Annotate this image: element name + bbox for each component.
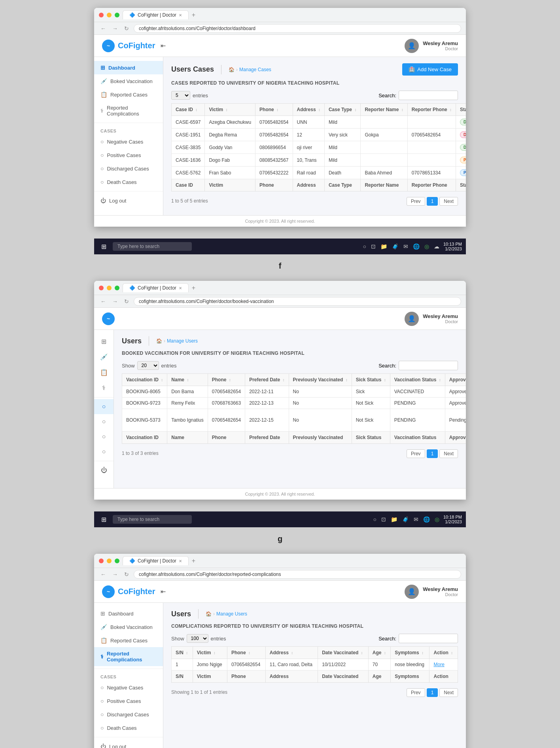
- breadcrumb-home-h[interactable]: 🏠: [206, 611, 212, 617]
- taskbar-icon-chrome[interactable]: ◎: [424, 242, 430, 250]
- col-address-h[interactable]: Address ↕: [265, 647, 318, 659]
- add-new-case-button[interactable]: 🏥 Add New Case: [402, 63, 458, 76]
- taskbar-icon-g-3[interactable]: 📁: [390, 515, 398, 523]
- breadcrumb-home-g[interactable]: 🏠: [156, 338, 162, 344]
- back-button-h[interactable]: ←: [99, 570, 108, 578]
- taskbar-icon-6[interactable]: 🌐: [412, 242, 420, 250]
- col-reporter-phone[interactable]: Reporter Phone ↕: [407, 104, 456, 116]
- close-dot-g[interactable]: [99, 286, 104, 290]
- prev-button-f[interactable]: Prev: [407, 197, 425, 206]
- sidebar-item-negative-cases[interactable]: ○ Negative Cases: [94, 135, 163, 148]
- col-phone[interactable]: Phone ↕: [255, 104, 293, 116]
- col-prev-vac[interactable]: Previously Vaccinated ↕: [289, 374, 352, 386]
- sidebar-item-death-h[interactable]: ○ Death Cases: [94, 721, 163, 735]
- sidebar-icon-3-g[interactable]: ○: [94, 429, 114, 444]
- minimize-dot-g[interactable]: [107, 286, 112, 290]
- taskbar-search-g[interactable]: [113, 515, 192, 524]
- breadcrumb-manage-cases[interactable]: Manage Cases: [239, 67, 271, 72]
- sidebar-item-dashboard[interactable]: ⊞ Dashboard: [94, 61, 163, 74]
- taskbar-icon-g-2[interactable]: ⊡: [380, 515, 387, 523]
- tab-close-button-g[interactable]: ✕: [179, 286, 182, 290]
- taskbar-icon-1[interactable]: ○: [362, 242, 367, 250]
- col-phone-g[interactable]: Phone ↕: [208, 374, 245, 386]
- browser-tab-f[interactable]: 🔷 CoFighter | Doctor ✕: [123, 10, 189, 19]
- minimize-dot-h[interactable]: [107, 559, 112, 563]
- taskbar-icon-4[interactable]: 🧳: [391, 242, 399, 250]
- maximize-dot-g[interactable]: [115, 286, 119, 290]
- sidebar-item-discharged-cases[interactable]: ○ Discharged Cases: [94, 162, 163, 175]
- reload-button-h[interactable]: ↻: [123, 570, 131, 578]
- next-button-g[interactable]: Next: [439, 449, 458, 458]
- forward-button[interactable]: →: [111, 25, 119, 32]
- col-phone-h[interactable]: Phone ↕: [227, 647, 265, 659]
- sidebar-item-logout[interactable]: ⏻ Log out: [94, 194, 163, 207]
- col-action-h[interactable]: Action ↕: [429, 647, 458, 659]
- entries-select-h[interactable]: 1005025: [187, 634, 208, 643]
- maximize-dot-h[interactable]: [115, 559, 119, 563]
- tab-close-button[interactable]: ✕: [179, 13, 182, 17]
- close-dot-h[interactable]: [99, 559, 104, 563]
- sidebar-item-death-cases[interactable]: ○ Death Cases: [94, 175, 163, 189]
- back-button[interactable]: ←: [99, 25, 108, 32]
- col-address[interactable]: Address ↕: [293, 104, 324, 116]
- reload-button-g[interactable]: ↻: [123, 297, 131, 305]
- col-vac-id[interactable]: Vaccination ID ↕: [122, 374, 167, 386]
- col-case-type[interactable]: Case Type ↕: [324, 104, 360, 116]
- sidebar-collapse-button[interactable]: ⇤: [159, 40, 167, 51]
- page-1-button-f[interactable]: 1: [427, 197, 438, 206]
- taskbar-icon-g-1[interactable]: ○: [372, 515, 377, 523]
- sidebar-item-positive-cases[interactable]: ○ Positive Cases: [94, 148, 163, 162]
- sidebar-item-reported-complications[interactable]: ⚕ Reported Complications: [94, 101, 163, 120]
- forward-button-h[interactable]: →: [111, 570, 119, 578]
- cell-action-h-1[interactable]: More: [429, 659, 458, 670]
- entries-select-f[interactable]: 51025: [171, 91, 190, 100]
- url-bar-g[interactable]: cofighter.afritsolutions.com/CoFighter/d…: [134, 297, 461, 306]
- new-tab-button-g[interactable]: +: [192, 284, 195, 292]
- col-pref-date[interactable]: Prefered Date ↕: [245, 374, 289, 386]
- col-approval-status[interactable]: Approval Status ↕: [445, 374, 466, 386]
- maximize-dot[interactable]: [115, 13, 119, 17]
- taskbar-search-f[interactable]: [113, 242, 192, 251]
- search-input-g[interactable]: [399, 361, 458, 370]
- taskbar-icon-2[interactable]: ⊡: [370, 242, 376, 250]
- next-button-f[interactable]: Next: [439, 197, 458, 206]
- taskbar-icon-7[interactable]: ☁: [433, 242, 440, 250]
- sidebar-icon-4-g[interactable]: ○: [94, 444, 114, 459]
- minimize-dot[interactable]: [107, 13, 112, 17]
- start-button-g[interactable]: ⊞: [98, 514, 110, 525]
- browser-tab-g[interactable]: 🔷 CoFighter | Doctor ✕: [123, 283, 189, 292]
- sidebar-item-dashboard-h[interactable]: ⊞ Dashboard: [94, 607, 163, 620]
- breadcrumb-manage-users-g[interactable]: Manage Users: [167, 338, 198, 344]
- taskbar-icon-g-chrome[interactable]: ◎: [434, 515, 440, 523]
- sidebar-icon-complications-g[interactable]: ⚕: [94, 380, 114, 396]
- close-dot[interactable]: [99, 13, 104, 17]
- sidebar-icon-vaccination-g[interactable]: 💉: [94, 349, 114, 365]
- back-button-g[interactable]: ←: [99, 297, 108, 305]
- sidebar-item-reported-cases[interactable]: 📋 Reported Cases: [94, 88, 163, 101]
- browser-tab-h[interactable]: 🔷 CoFighter | Doctor ✕: [123, 556, 189, 565]
- new-tab-button-h[interactable]: +: [192, 557, 195, 564]
- search-input-h[interactable]: [399, 634, 458, 643]
- col-sick-status[interactable]: Sick Status ↕: [352, 374, 390, 386]
- taskbar-icon-3[interactable]: 📁: [380, 242, 388, 250]
- sidebar-icon-cases-g[interactable]: 📋: [94, 365, 114, 380]
- taskbar-icon-g-6[interactable]: 🌐: [422, 515, 431, 523]
- start-button-f[interactable]: ⊞: [98, 241, 110, 252]
- sidebar-icon-dashboard-g[interactable]: ⊞: [94, 334, 114, 349]
- page-1-button-g[interactable]: 1: [427, 449, 438, 458]
- sidebar-item-logout-h[interactable]: ⏻ Log out: [94, 740, 163, 748]
- col-case-id[interactable]: Case ID ↕: [172, 104, 205, 116]
- prev-button-g[interactable]: Prev: [407, 449, 425, 458]
- col-date-vac[interactable]: Date Vaccinated ↕: [318, 647, 369, 659]
- sidebar-item-discharged-h[interactable]: ○ Discharged Cases: [94, 708, 163, 721]
- taskbar-icon-5[interactable]: ✉: [403, 242, 409, 250]
- sidebar-item-reported-cases-h[interactable]: 📋 Reported Cases: [94, 634, 163, 647]
- col-sn[interactable]: S/N ↕: [172, 647, 193, 659]
- col-victim-h[interactable]: Victim ↕: [193, 647, 227, 659]
- sidebar-item-positive-h[interactable]: ○ Positive Cases: [94, 694, 163, 708]
- sidebar-item-negative-h[interactable]: ○ Negative Cases: [94, 681, 163, 694]
- col-reporter-name[interactable]: Reporter Name ↕: [361, 104, 407, 116]
- col-symptoms[interactable]: Symptoms ↕: [391, 647, 429, 659]
- sidebar-icon-logout-g[interactable]: ⏻: [94, 463, 114, 478]
- url-bar[interactable]: cofighter.afritsolutions.com/CoFighter/d…: [134, 24, 461, 33]
